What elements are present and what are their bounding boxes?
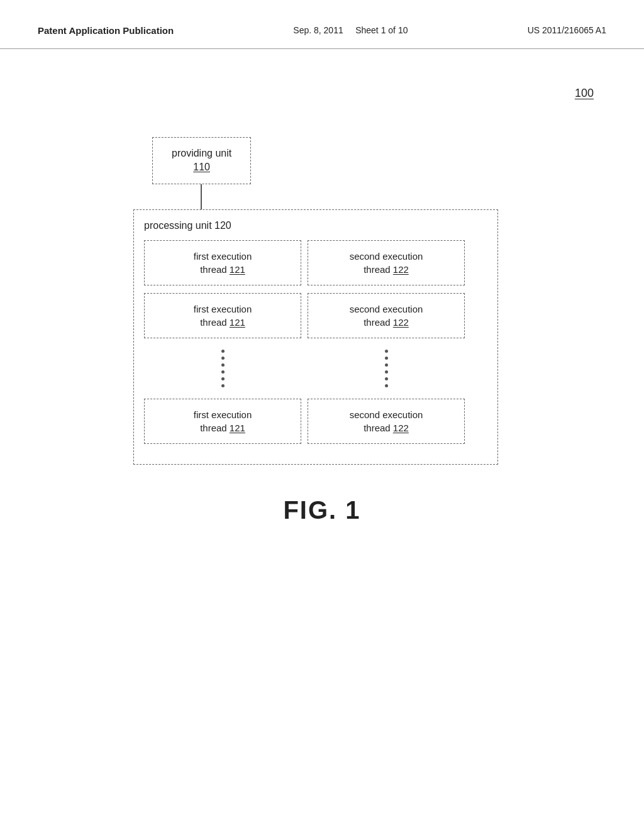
dot [385,350,388,353]
dot [385,377,388,380]
dots-section [144,346,465,391]
publication-title: Patent Application Publication [38,25,174,36]
sheet-info: Sheet 1 of 10 [355,25,408,35]
diagram-container: providing unit 110 processing unit 120 f… [133,137,511,465]
second-thread-box-2: second execution thread 122 [308,293,465,338]
main-content: 100 providing unit 110 processing unit 1… [0,49,644,562]
ref-number-100: 100 [575,87,594,100]
first-thread-label-1: first execution [194,251,252,262]
second-thread-label-1: second execution [350,251,423,262]
thread-row-3: first execution thread 121 second execut… [144,399,487,444]
dot [221,370,225,374]
figure-label: FIG. 1 [283,496,360,524]
connector-line [201,184,202,209]
providing-unit-box: providing unit 110 [152,137,251,184]
second-thread-number-3: 122 [393,423,409,433]
dots-col-right [308,346,465,391]
first-thread-number-2: 121 [230,317,245,328]
thread-row-1: first execution thread 121 second execut… [144,240,487,285]
first-thread-number-1: 121 [230,264,245,275]
second-thread-label-2: second execution [350,304,423,314]
header-center: Sep. 8, 2011 Sheet 1 of 10 [293,25,408,35]
providing-unit-label: providing unit [172,148,231,158]
second-thread-box-1: second execution thread 122 [308,240,465,285]
dot [221,357,225,360]
dot [385,363,388,367]
dot [221,384,225,387]
processing-unit-box: processing unit 120 first execution thre… [133,209,498,465]
dot [221,363,225,367]
dot [385,370,388,374]
providing-unit-number: 110 [193,162,210,172]
second-thread-label-3: second execution [350,409,423,420]
second-thread-number-2: 122 [393,317,409,328]
publication-date: Sep. 8, 2011 [293,25,343,35]
processing-unit-label: processing unit 120 [144,220,487,231]
page-header: Patent Application Publication Sep. 8, 2… [0,0,644,49]
patent-number: US 2011/216065 A1 [528,25,606,35]
first-thread-number-3: 121 [230,423,245,433]
second-thread-box-3: second execution thread 122 [308,399,465,444]
dots-col-left [144,346,301,391]
first-thread-label-2: first execution [194,304,252,314]
first-thread-box-3: first execution thread 121 [144,399,301,444]
dot [385,357,388,360]
dot [221,377,225,380]
second-thread-number-1: 122 [393,264,409,275]
first-thread-box-2: first execution thread 121 [144,293,301,338]
first-thread-label-3: first execution [194,409,252,420]
thread-row-2: first execution thread 121 second execut… [144,293,487,338]
dot [385,384,388,387]
dot [221,350,225,353]
first-thread-box-1: first execution thread 121 [144,240,301,285]
